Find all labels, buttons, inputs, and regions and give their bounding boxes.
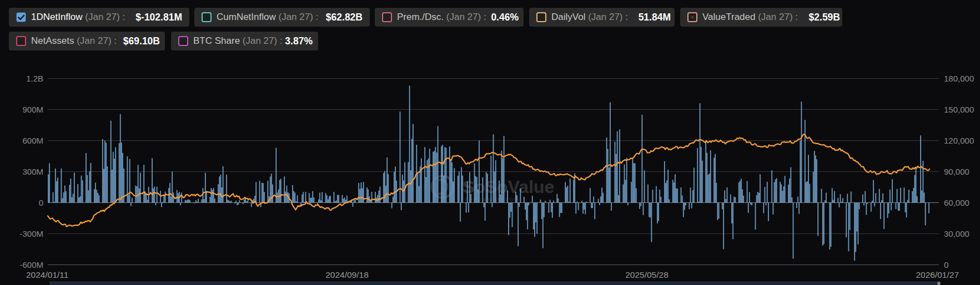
svg-text:sosovalue.com: sosovalue.com: [465, 196, 520, 202]
svg-text:-300M: -300M: [19, 229, 43, 238]
svg-text:150,000: 150,000: [944, 105, 974, 114]
svg-text:2024/01/11: 2024/01/11: [26, 270, 68, 279]
svg-text:600M: 600M: [22, 136, 43, 145]
svg-text:2026/01/27: 2026/01/27: [916, 270, 959, 279]
svg-text:90,000: 90,000: [944, 167, 969, 176]
svg-text:-600M: -600M: [19, 260, 43, 269]
svg-text:1.2B: 1.2B: [26, 74, 43, 83]
svg-text:0: 0: [39, 198, 43, 207]
svg-text:900M: 900M: [22, 105, 43, 114]
svg-text:180,000: 180,000: [944, 74, 974, 83]
svg-text:30,000: 30,000: [944, 229, 969, 238]
svg-text:SoSoValue: SoSoValue: [463, 177, 554, 197]
svg-text:60,000: 60,000: [944, 198, 969, 207]
svg-text:120,000: 120,000: [944, 136, 974, 145]
svg-text:0: 0: [944, 260, 948, 269]
svg-text:2024/09/18: 2024/09/18: [325, 270, 369, 279]
svg-text:2025/05/28: 2025/05/28: [625, 270, 669, 279]
svg-text:300M: 300M: [22, 167, 43, 176]
